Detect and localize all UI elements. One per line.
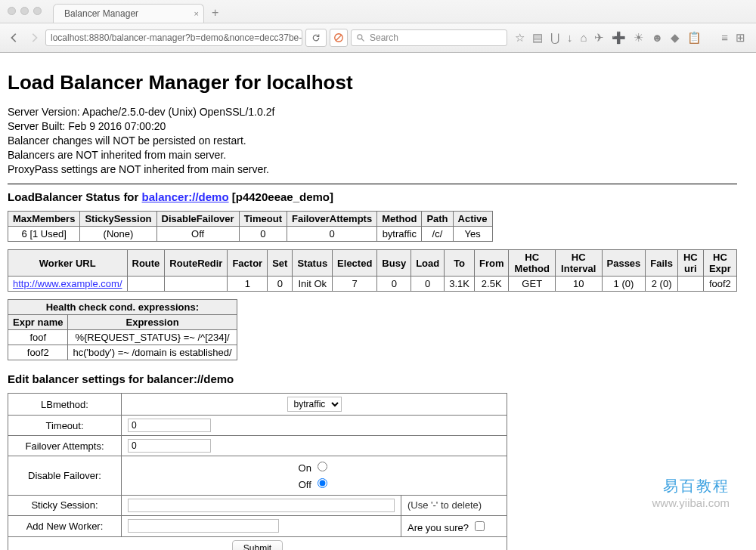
failover-attempts-input[interactable] [128,439,211,453]
col-header: Expression [68,315,237,330]
cell: 7 [333,277,377,292]
pocket-icon[interactable]: ⋃ [550,31,559,45]
cell [677,277,703,292]
col-header: FailoverAttempts [287,212,376,227]
new-tab-button[interactable]: + [204,3,226,23]
col-header: Method [377,212,422,227]
send-icon[interactable]: ✈ [594,31,604,45]
block-icon [333,32,344,43]
cell: 0 [287,227,376,242]
bookmark-icon[interactable]: ☆ [515,31,525,45]
form-row: Sticky Session: (Use '-' to delete) [8,495,507,515]
back-button[interactable] [6,29,23,46]
are-you-sure-label: Are you sure? [407,522,469,533]
clipboard-icon[interactable]: 📋 [687,31,702,45]
reload-icon [311,33,321,42]
col-header: Route [127,250,165,277]
cell: foof [8,330,68,345]
color-icon[interactable]: ◆ [671,31,680,45]
reload-button[interactable] [305,29,327,47]
col-header: Busy [377,250,411,277]
form-row: LBmethod: bytraffic [8,394,507,416]
col-header: Elected [333,250,377,277]
label-failover-attempts: Failover Attempts: [8,436,122,456]
cell: foof2 [8,345,68,360]
watermark-title: 易百教程 [652,476,730,496]
form-row: Submit [8,536,507,550]
smile-icon[interactable]: ☻ [651,31,663,45]
tab-title: Balancer Manager [64,8,138,19]
lbmethod-select[interactable]: bytraffic [287,397,342,412]
col-header: HC uri [677,250,703,277]
cell: GET [509,277,556,292]
cell: foof2 [703,277,736,292]
balancer-link[interactable]: balancer://demo [142,190,229,203]
maximize-window-icon[interactable] [33,7,42,15]
window-controls[interactable] [8,7,42,15]
forward-button[interactable] [26,29,42,46]
close-tab-icon[interactable]: × [194,9,199,18]
hc-table-title: Health check cond. expressions: [8,300,237,315]
menu-icon[interactable]: ≡ [721,31,728,45]
close-window-icon[interactable] [8,7,16,15]
sunny-icon[interactable]: ☀ [634,31,643,45]
cell: 0 [411,277,445,292]
url-input[interactable]: localhost:8880/balancer-manager?b=demo&n… [45,29,302,46]
submit-button[interactable]: Submit [232,540,283,550]
search-icon [356,33,365,42]
worker-table: Worker URL Route RouteRedir Factor Set S… [8,249,737,292]
form-row: Disable Failover: On Off [8,456,507,495]
col-header: From [474,250,509,277]
add-icon[interactable]: ➕ [612,31,626,45]
worker-url-link[interactable]: http://www.example.com/ [13,278,122,289]
back-icon [9,32,20,43]
browser-chrome: Balancer Manager × + localhost:8880/bala… [0,0,756,53]
hc-expressions-table: Health check cond. expressions: Expr nam… [8,299,237,360]
label-lbmethod: LBmethod: [8,394,122,416]
col-header: StickySession [80,212,156,227]
col-header: Set [268,250,293,277]
disable-failover-off-radio[interactable] [318,478,327,488]
noscript-button[interactable] [330,29,348,47]
radio-on-label: On [299,462,311,474]
edit-section-title: Edit balancer settings for balancer://de… [8,372,737,385]
add-worker-input[interactable] [128,519,279,533]
download-icon[interactable]: ↓ [567,31,573,45]
cell: hc('body') =~ /domain is established/ [68,345,237,360]
label-disable-failover: Disable Failover: [8,456,122,495]
confirm-checkbox[interactable] [475,521,485,531]
grid-icon[interactable]: ⊞ [736,31,745,45]
minimize-window-icon[interactable] [20,7,29,15]
cell: 0 [268,277,293,292]
search-input[interactable]: Search [351,29,507,46]
cell: 2 (0) [646,277,678,292]
cell: Yes [453,227,492,242]
toolbar-icons: ☆ ▤ ⋃ ↓ ⌂ ✈ ➕ ☀ ☻ ◆ 📋 ≡ ⊞ [510,31,750,45]
col-header: Load [411,250,445,277]
form-row: Add New Worker: Are you sure? [8,515,507,536]
status-suffix: [p4420eeae_demo] [229,190,333,203]
cell [165,277,228,292]
server-version: Server Version: Apache/2.5.0-dev (Unix) … [8,105,737,119]
cell: Off [156,227,239,242]
pinboard-icon[interactable]: ▤ [532,31,543,45]
col-header: RouteRedir [165,250,228,277]
sticky-session-hint: (Use '-' to delete) [401,495,507,515]
forward-icon [29,32,39,43]
home-icon[interactable]: ⌂ [580,31,587,45]
disable-failover-on-radio[interactable] [318,462,327,471]
cell: http://www.example.com/ [8,277,128,292]
cell: Init Ok [293,277,333,292]
cell: 0 [239,227,287,242]
col-header: Factor [228,250,268,277]
persist-note: Balancer changes will NOT be persisted o… [8,134,737,148]
table-row: MaxMembers StickySession DisableFailover… [8,212,493,227]
status-line: LoadBalancer Status for balancer://demo … [8,190,737,203]
col-header: MaxMembers [8,212,80,227]
sticky-session-input[interactable] [128,499,395,512]
browser-tab[interactable]: Balancer Manager × [53,4,204,23]
label-sticky-session: Sticky Session: [8,495,122,515]
timeout-input[interactable] [128,419,211,432]
form-row: Failover Attempts: [8,436,507,456]
server-info: Server Version: Apache/2.5.0-dev (Unix) … [8,105,737,176]
